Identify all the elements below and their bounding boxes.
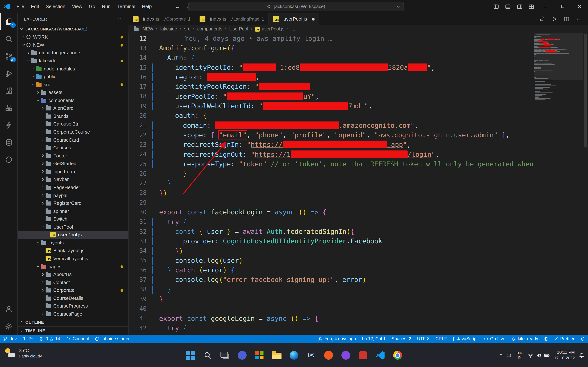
taskbar-app-chrome[interactable] <box>391 348 405 362</box>
status-kite-status[interactable]: kite: ready <box>508 335 541 343</box>
tree-item-registercard[interactable]: RegisterCard <box>17 199 128 207</box>
close-button[interactable]: × <box>571 0 588 13</box>
menu-go[interactable]: Go <box>86 4 99 9</box>
tree-item-assets[interactable]: assets <box>17 88 128 96</box>
nav-back-icon[interactable]: ← <box>175 3 181 9</box>
taskbar-app-purple[interactable] <box>339 348 353 362</box>
toggle-primary-sidebar-icon[interactable] <box>490 3 502 9</box>
activity-search[interactable] <box>0 30 17 47</box>
tree-item-work[interactable]: WORK <box>17 33 128 41</box>
taskbar-app-start[interactable] <box>183 348 197 362</box>
status-prettier[interactable]: ✓Prettier <box>552 335 578 343</box>
tree-item-public[interactable]: public <box>17 73 128 81</box>
minimap[interactable] <box>534 33 583 335</box>
toggle-panel-icon[interactable] <box>502 3 514 9</box>
tree-item-email-triggers-node[interactable]: email-triggers-node <box>17 49 128 57</box>
breadcrumb-item-components[interactable]: components <box>197 26 222 32</box>
menu-selection[interactable]: Selection <box>43 4 69 9</box>
activity-source-control[interactable]: 87 <box>0 47 17 65</box>
tree-item-corporate[interactable]: Corporate <box>17 286 128 294</box>
command-center-search[interactable]: jacksonkasi (Workspace) <box>188 2 404 11</box>
tree-item-userpool[interactable]: UserPool <box>17 223 128 231</box>
status-encoding[interactable]: UTF-8 <box>414 335 432 343</box>
activity-explorer[interactable]: 1 <box>0 13 17 30</box>
tree-item-inputform[interactable]: InputForm <box>17 167 128 175</box>
notification-bell-icon[interactable] <box>579 352 584 358</box>
menu-file[interactable]: File <box>13 4 27 9</box>
taskbar-app-red[interactable] <box>356 348 370 362</box>
hidden-icons-chevron[interactable]: ^ <box>500 352 502 358</box>
menu-view[interactable]: View <box>69 4 86 9</box>
activity-containers[interactable] <box>0 99 17 116</box>
workspace-root[interactable]: JACKSONKASI (WORKSPACE) <box>17 25 128 33</box>
menu-help[interactable]: Help <box>138 4 155 9</box>
split-editor-icon[interactable] <box>564 16 570 22</box>
tree-item-userpool-js[interactable]: JSuserPool.js <box>17 231 128 239</box>
taskbar-app-store[interactable] <box>252 348 267 362</box>
language-indicator[interactable]: ENGIN <box>516 351 524 360</box>
tree-item-new[interactable]: NEW <box>17 41 128 49</box>
activity-thunder-client[interactable] <box>0 116 17 133</box>
status-tabnine[interactable]: tabnine starter <box>92 335 132 343</box>
taskbar-weather-widget[interactable]: 25°C Partly cloudy <box>4 348 42 359</box>
menu-terminal[interactable]: Terminal <box>114 4 138 9</box>
tree-item-blanklayout-js[interactable]: JSBlankLayout.js <box>17 247 128 255</box>
taskbar-app-vscode[interactable] <box>373 348 387 362</box>
chevron-down-icon[interactable] <box>397 5 400 10</box>
minimize-button[interactable]: – <box>537 0 554 13</box>
toggle-secondary-sidebar-icon[interactable] <box>514 3 526 9</box>
tab-userpool-js-2[interactable]: JSuserPool.js <box>269 13 319 25</box>
section-outline[interactable]: OUTLINE <box>17 318 128 326</box>
taskbar-app-explorer[interactable] <box>270 348 284 362</box>
status-language-mode[interactable]: {} JavaScript <box>450 335 481 343</box>
tree-item-navbar[interactable]: Navbar <box>17 175 128 183</box>
run-file-icon[interactable] <box>551 16 557 22</box>
tree-item-corporatecourse[interactable]: CorporateCourse <box>17 128 128 136</box>
status-eol[interactable]: CRLF <box>432 335 450 343</box>
taskbar-app-teams[interactable] <box>235 348 249 362</box>
activity-run-debug[interactable] <box>0 65 17 82</box>
tree-item-alertcard[interactable]: AlertCard <box>17 104 128 112</box>
tree-item-src[interactable]: src <box>17 81 128 88</box>
tree-item-contact[interactable]: Contact <box>17 278 128 286</box>
menu-run[interactable]: Run <box>98 4 114 9</box>
tree-item-spinner[interactable]: spinner <box>17 207 128 215</box>
more-actions-icon[interactable] <box>576 16 582 22</box>
taskbar-app-taskview[interactable] <box>218 348 232 362</box>
taskbar-app-brave[interactable] <box>321 348 336 362</box>
tree-item-aboutus[interactable]: AboutUs <box>17 270 128 278</box>
tree-item-brands[interactable]: Brands <box>17 112 128 120</box>
tree-item-courses[interactable]: Courses <box>17 144 128 152</box>
tree-item-components[interactable]: components <box>17 96 128 104</box>
breadcrumb-item-userpool-js[interactable]: JSuserPool.js <box>255 26 285 32</box>
tree-item-pages[interactable]: pages <box>17 263 128 270</box>
clock[interactable]: 10:11 PM 17-10-2022 <box>554 350 575 361</box>
status-sync-status[interactable]: 0↓ 2↑ <box>20 335 36 343</box>
taskbar-app-search[interactable] <box>201 348 215 362</box>
activity-database[interactable] <box>0 133 17 151</box>
section-timeline[interactable]: TIMELINE <box>17 326 128 335</box>
activity-settings[interactable] <box>0 317 17 335</box>
open-changes-icon[interactable] <box>539 16 545 22</box>
activity-account[interactable] <box>0 300 17 317</box>
activity-extensions[interactable] <box>0 82 17 99</box>
tree-item-footer[interactable]: Footer <box>17 152 128 160</box>
tree-item-paypal[interactable]: paypal <box>17 192 128 199</box>
status-connect[interactable]: Connect <box>63 335 92 343</box>
editor-scrollbar[interactable] <box>583 33 588 335</box>
breadcrumb-item-[interactable]: ... <box>291 26 295 32</box>
maximize-button[interactable] <box>554 0 571 13</box>
quick-settings[interactable] <box>527 352 550 358</box>
tree-item-getstarted[interactable]: GetStarted <box>17 160 128 167</box>
status-indentation[interactable]: Spaces: 2 <box>389 335 414 343</box>
status-browser-preview[interactable] <box>541 335 552 343</box>
breadcrumb-item-userpool[interactable]: UserPool <box>229 26 248 32</box>
status-branch-status[interactable]: dev <box>0 335 20 343</box>
tree-item-lakeside[interactable]: lakeside <box>17 57 128 65</box>
tree-item-verticallayout-js[interactable]: JSVerticalLayout.js <box>17 255 128 263</box>
tree-item-courseprogress[interactable]: CourseProgress <box>17 302 128 310</box>
activity-live-share[interactable] <box>0 151 17 168</box>
status-blame-status[interactable]: You, 4 days ago <box>315 335 359 343</box>
explorer-more-icon[interactable] <box>118 16 123 22</box>
onedrive-cloud-icon[interactable] <box>506 352 511 358</box>
